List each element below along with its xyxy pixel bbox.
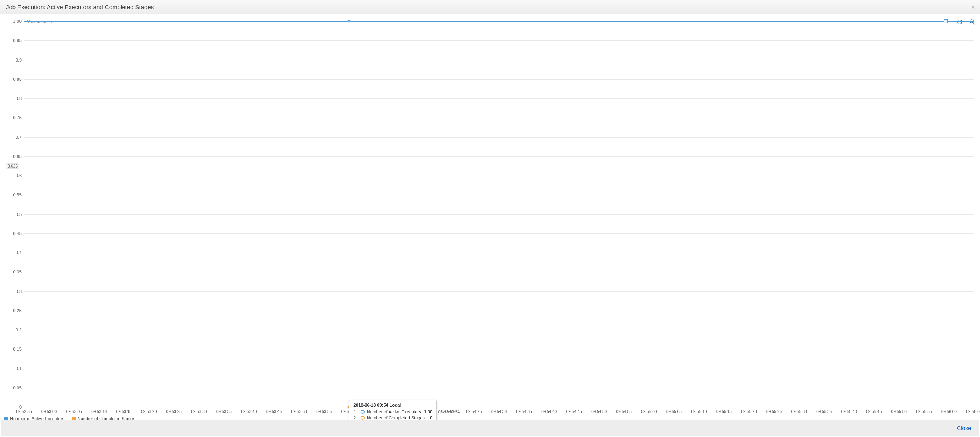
- x-tick: 09:54:35: [516, 409, 532, 414]
- x-tick: 09:54:20: [441, 409, 457, 414]
- y-tick: 0.95: [13, 38, 22, 43]
- y-tick: 0.35: [13, 269, 22, 274]
- y-axis: 00.050.10.150.20.250.30.350.40.450.50.55…: [2, 21, 24, 407]
- y-tick: 0.45: [13, 231, 22, 236]
- x-tick: 09:53:50: [291, 409, 307, 414]
- x-tick: 09:55:05: [666, 409, 682, 414]
- y-marker: 0.625: [6, 163, 19, 168]
- x-tick: 09:56:05: [966, 409, 980, 414]
- x-tick: 09:53:15: [116, 409, 132, 414]
- y-tick: 0.65: [13, 154, 22, 159]
- y-tick: 0.25: [13, 308, 22, 313]
- x-tick: 09:55:00: [641, 409, 657, 414]
- y-tick: 0.15: [13, 347, 22, 351]
- x-tick: 09:54:45: [566, 409, 582, 414]
- y-tick: 0.6: [16, 173, 22, 178]
- dialog-header: Job Execution: Active Executors and Comp…: [0, 0, 980, 14]
- x-tick: 09:53:05: [66, 409, 82, 414]
- x-tick: 09:54:55: [616, 409, 632, 414]
- y-tick: 0.9: [16, 58, 22, 62]
- y-tick: 0.3: [16, 289, 22, 294]
- tooltip-row: 1. Number of Active Executors 1.00: [353, 409, 432, 414]
- x-tick: 09:55:45: [866, 409, 882, 414]
- x-tick: 09:55:20: [741, 409, 757, 414]
- x-tick: 09:53:30: [191, 409, 207, 414]
- x-axis: 09:52:5509:53:0009:53:0509:53:1009:53:15…: [24, 407, 974, 417]
- dialog-footer: Close: [1, 420, 979, 436]
- y-tick: 0.75: [13, 115, 22, 120]
- x-tick: 09:53:35: [216, 409, 232, 414]
- y-tick: 1.00: [13, 19, 22, 24]
- end-marker-icon: [944, 19, 948, 23]
- y-tick: 0.5: [16, 212, 22, 217]
- y-tick: 0.2: [16, 327, 22, 332]
- x-tick: 09:54:25: [466, 409, 482, 414]
- series-marker-icon: [361, 410, 365, 414]
- x-tick: 09:54:40: [541, 409, 557, 414]
- close-icon[interactable]: ×: [971, 3, 975, 12]
- y-tick: 0.4: [16, 250, 22, 255]
- x-tick: 09:55:40: [841, 409, 857, 414]
- y-tick: 0.1: [16, 366, 22, 371]
- x-tick: 09:55:10: [691, 409, 707, 414]
- y-tick: 0.8: [16, 96, 22, 101]
- x-tick: 09:54:30: [491, 409, 507, 414]
- x-tick: 09:53:00: [41, 409, 57, 414]
- data-point: [348, 20, 351, 23]
- x-tick: 09:53:20: [141, 409, 157, 414]
- x-tick: 09:55:55: [916, 409, 932, 414]
- y-tick: 0.05: [13, 385, 22, 390]
- y-tick: 0.85: [13, 77, 22, 82]
- close-button[interactable]: Close: [957, 425, 971, 431]
- x-tick: 09:53:55: [316, 409, 332, 414]
- x-tick: 09:56:00: [941, 409, 957, 414]
- series-line: [24, 21, 974, 22]
- x-tick: 09:54:50: [591, 409, 607, 414]
- plot-region[interactable]: 06-13 09:54: [24, 21, 974, 407]
- x-tick: 09:55:15: [716, 409, 732, 414]
- x-tick: 09:55:35: [816, 409, 832, 414]
- x-tick: 09:53:40: [241, 409, 257, 414]
- x-tick: 09:52:55: [16, 409, 32, 414]
- x-tick: 09:55:50: [891, 409, 907, 414]
- y-tick: 0.55: [13, 192, 22, 197]
- x-tick: 09:55:30: [791, 409, 807, 414]
- chart-area[interactable]: Various units 00.050.10.150.20.250.30.35…: [2, 19, 978, 417]
- y-tick: 0: [19, 405, 22, 409]
- series-marker-icon: [361, 416, 365, 420]
- tooltip-row: 2. Number of Completed Stages 0: [353, 415, 432, 420]
- x-tick: 09:53:25: [166, 409, 182, 414]
- x-tick: 09:53:10: [91, 409, 107, 414]
- chart-cursor: [449, 21, 449, 407]
- y-tick: 0.7: [16, 135, 22, 140]
- page-title: Job Execution: Active Executors and Comp…: [6, 4, 154, 10]
- tooltip-title: 2018-06-13 09:54 Local: [353, 403, 432, 407]
- x-tick: 09:55:25: [766, 409, 782, 414]
- x-tick: 09:53:45: [266, 409, 282, 414]
